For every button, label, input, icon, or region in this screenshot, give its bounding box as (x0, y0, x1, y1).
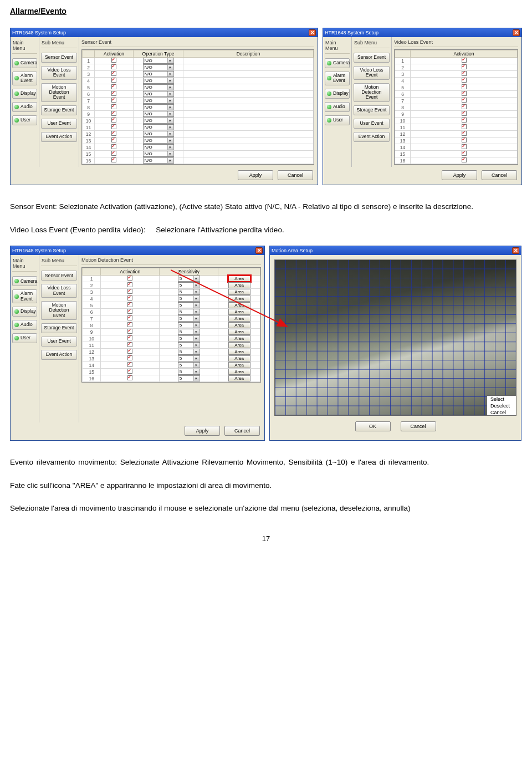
sensitivity-dropdown[interactable]: 5 (178, 296, 200, 302)
activation-checkbox[interactable] (462, 64, 467, 69)
activation-checkbox[interactable] (462, 118, 467, 123)
cancel-button[interactable]: Cancel (482, 170, 517, 180)
activation-checkbox[interactable] (111, 58, 116, 63)
area-button[interactable]: Area (228, 315, 250, 322)
apply-button[interactable]: Apply (238, 170, 273, 180)
activation-checkbox[interactable] (462, 104, 467, 109)
activation-checkbox[interactable] (127, 329, 132, 334)
operation-type-dropdown[interactable]: N/O (143, 111, 174, 117)
area-button[interactable]: Area (228, 342, 250, 348)
apply-button[interactable]: Apply (442, 170, 477, 180)
operation-type-dropdown[interactable]: N/O (143, 91, 174, 97)
submenu-user-event[interactable]: User Event (41, 119, 77, 129)
submenu-event-action[interactable]: Event Action (354, 132, 390, 142)
activation-checkbox[interactable] (462, 91, 467, 96)
description-cell[interactable] (183, 151, 314, 157)
operation-type-dropdown[interactable]: N/O (143, 71, 174, 77)
operation-type-dropdown[interactable]: N/O (143, 157, 174, 164)
sensitivity-dropdown[interactable]: 5 (178, 282, 200, 288)
area-button[interactable]: Area (228, 289, 250, 295)
submenu-event-action[interactable]: Event Action (41, 132, 77, 142)
area-button[interactable]: Area (228, 302, 250, 308)
mainmenu-camera[interactable]: Camera (12, 58, 37, 68)
operation-type-dropdown[interactable]: N/O (143, 124, 174, 130)
mainmenu-alarm-event[interactable]: Alarm Event (12, 72, 37, 85)
activation-checkbox[interactable] (462, 131, 467, 136)
operation-type-dropdown[interactable]: N/O (143, 58, 174, 64)
area-button[interactable]: Area (228, 276, 250, 282)
description-cell[interactable] (183, 157, 314, 164)
mainmenu-audio[interactable]: Audio (12, 320, 37, 330)
submenu-event-action[interactable]: Event Action (41, 350, 77, 360)
cancel-button[interactable]: Cancel (278, 170, 313, 180)
sensitivity-dropdown[interactable]: 5 (178, 315, 200, 322)
activation-checkbox[interactable] (127, 302, 132, 307)
activation-checkbox[interactable] (462, 157, 467, 162)
submenu-user-event[interactable]: User Event (41, 337, 77, 347)
activation-checkbox[interactable] (111, 131, 116, 136)
activation-checkbox[interactable] (127, 349, 132, 354)
activation-checkbox[interactable] (111, 137, 116, 142)
sensitivity-dropdown[interactable]: 5 (178, 375, 200, 381)
description-cell[interactable] (183, 111, 314, 118)
activation-checkbox[interactable] (462, 78, 467, 83)
close-icon[interactable]: ✕ (512, 247, 519, 254)
operation-type-dropdown[interactable]: N/O (143, 137, 174, 144)
activation-checkbox[interactable] (111, 78, 116, 83)
sensitivity-dropdown[interactable]: 5 (178, 276, 200, 282)
mainmenu-alarm-event[interactable]: Alarm Event (325, 72, 350, 85)
activation-checkbox[interactable] (127, 309, 132, 314)
cancel-button[interactable]: Cancel (401, 421, 436, 431)
activation-checkbox[interactable] (127, 335, 132, 340)
description-cell[interactable] (183, 98, 314, 104)
context-menu-select[interactable]: Select (487, 396, 516, 403)
area-button[interactable]: Area (228, 369, 250, 375)
context-menu-cancel[interactable]: Cancel (487, 409, 516, 416)
activation-checkbox[interactable] (111, 91, 116, 96)
activation-checkbox[interactable] (462, 71, 467, 76)
mainmenu-user[interactable]: User (12, 333, 37, 343)
activation-checkbox[interactable] (127, 289, 132, 294)
sensitivity-dropdown[interactable]: 5 (178, 342, 200, 348)
submenu-storage-event[interactable]: Storage Event (41, 105, 77, 115)
activation-checkbox[interactable] (111, 144, 116, 149)
mainmenu-camera[interactable]: Camera (325, 58, 350, 68)
activation-checkbox[interactable] (462, 144, 467, 149)
operation-type-dropdown[interactable]: N/O (143, 78, 174, 84)
activation-checkbox[interactable] (462, 124, 467, 129)
motion-area-grid[interactable]: Select Deselect Cancel (274, 259, 516, 416)
activation-checkbox[interactable] (111, 64, 116, 69)
description-cell[interactable] (183, 91, 314, 98)
submenu-storage-event[interactable]: Storage Event (354, 105, 390, 115)
mainmenu-display[interactable]: Display (325, 89, 350, 99)
description-cell[interactable] (183, 84, 314, 91)
activation-checkbox[interactable] (462, 98, 467, 103)
activation-checkbox[interactable] (127, 375, 132, 380)
activation-checkbox[interactable] (111, 71, 116, 76)
submenu-sensor-event[interactable]: Sensor Event (354, 53, 390, 63)
activation-checkbox[interactable] (127, 276, 132, 281)
description-cell[interactable] (183, 58, 314, 64)
activation-checkbox[interactable] (111, 157, 116, 162)
description-cell[interactable] (183, 118, 314, 124)
activation-checkbox[interactable] (111, 124, 116, 129)
sensitivity-dropdown[interactable]: 5 (178, 355, 200, 361)
operation-type-dropdown[interactable]: N/O (143, 118, 174, 124)
submenu-sensor-event[interactable]: Sensor Event (41, 53, 77, 63)
area-button[interactable]: Area (228, 349, 250, 355)
activation-checkbox[interactable] (111, 111, 116, 116)
operation-type-dropdown[interactable]: N/O (143, 98, 174, 104)
operation-type-dropdown[interactable]: N/O (143, 104, 174, 110)
description-cell[interactable] (183, 71, 314, 78)
mainmenu-alarm-event[interactable]: Alarm Event (12, 289, 37, 303)
activation-checkbox[interactable] (111, 104, 116, 109)
area-button[interactable]: Area (228, 296, 250, 302)
activation-checkbox[interactable] (127, 362, 132, 367)
close-icon[interactable]: ✕ (513, 29, 520, 36)
activation-checkbox[interactable] (111, 84, 116, 89)
operation-type-dropdown[interactable]: N/O (143, 64, 174, 70)
description-cell[interactable] (183, 124, 314, 131)
area-button[interactable]: Area (228, 355, 250, 361)
sensitivity-dropdown[interactable]: 5 (178, 335, 200, 342)
activation-checkbox[interactable] (462, 111, 467, 116)
